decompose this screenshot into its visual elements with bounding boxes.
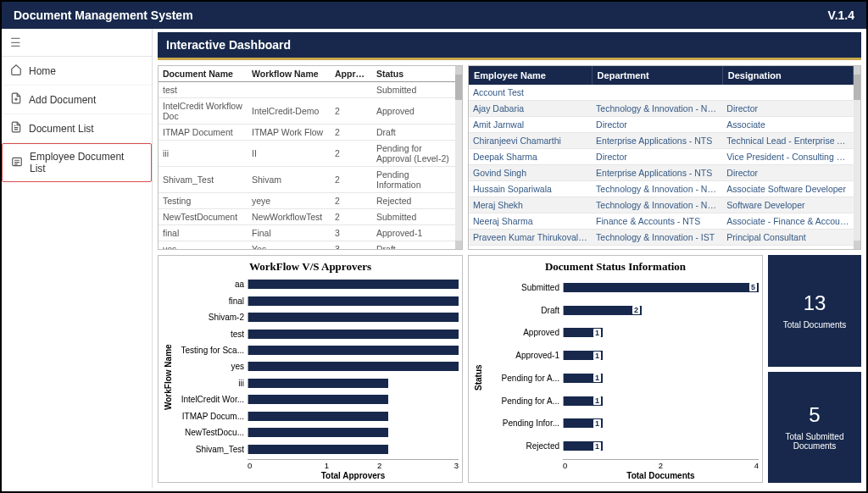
table-row[interactable]: Shivam_TestShivam2Pending Information: [159, 167, 455, 193]
table-cell: Shivam_Test: [159, 167, 248, 193]
table-cell: Software Developer: [722, 197, 853, 213]
nav-item-home[interactable]: Home: [2, 57, 152, 86]
table-row[interactable]: Hussain SopariwalaTechnology & Innovatio…: [469, 181, 854, 197]
table-cell: Draft: [372, 241, 455, 250]
table-row[interactable]: ITMAP DocumentITMAP Work Flow2Draft: [159, 125, 455, 141]
chart-ylabel: Status: [472, 274, 485, 480]
table-row[interactable]: Govind SinghEnterprise Applications - NT…: [469, 165, 854, 181]
app-header: Document Management System V.1.4: [2, 2, 866, 29]
scroll-up-icon[interactable]: [854, 66, 860, 75]
kpi-total-documents: 13 Total Documents: [768, 255, 861, 367]
bar-label: Approved-1: [485, 351, 563, 360]
bar-fill: [248, 296, 459, 306]
table-cell: Director: [592, 149, 722, 165]
bar-fill: 1: [564, 418, 603, 428]
table-cell: Technical Lead - Enterprise Applications: [722, 133, 853, 149]
emp-table-scrollbar[interactable]: [854, 66, 860, 249]
nav-label: Employee Document List: [30, 151, 142, 174]
table-cell: [248, 82, 331, 98]
bar-label: NewTestDocu...: [175, 428, 248, 437]
table-cell: yes: [159, 241, 248, 250]
table-cell: Pending Information: [372, 167, 455, 193]
table-row[interactable]: Meraj ShekhTechnology & Innovation - NTS…: [469, 197, 854, 213]
chart-bar: Approved1: [485, 326, 759, 339]
employee-table-panel: Employee NameDepartmentDesignation Accou…: [468, 65, 861, 250]
table-cell: 2: [331, 98, 372, 125]
kpi-label: Total Submitted Documents: [773, 432, 856, 451]
table-row[interactable]: Amit JarnwalDirectorAssociate: [469, 117, 854, 133]
table-cell: Director: [722, 101, 853, 117]
table-row[interactable]: testSubmitted: [159, 82, 455, 98]
table-cell: Rejected: [372, 193, 455, 209]
hamburger-icon[interactable]: ☰: [2, 29, 152, 57]
column-header[interactable]: Workflow Name: [248, 66, 331, 82]
table-cell: Yes: [248, 241, 331, 250]
table-cell: IntelCredit Workflow Doc: [159, 98, 248, 125]
table-cell: Approved: [372, 98, 455, 125]
bar-value-badge: 2: [632, 306, 640, 314]
table-row[interactable]: finalFinal3Approved-1: [159, 225, 455, 241]
column-header[interactable]: Employee Name: [469, 66, 592, 85]
column-header[interactable]: Document Name: [159, 66, 248, 82]
table-row[interactable]: Praveen Kumar ThirukovalluruTechnology &…: [469, 230, 854, 246]
scroll-thumb[interactable]: [854, 75, 860, 100]
table-row[interactable]: NewTestDocumentNewWorkflowTest2Submitted: [159, 209, 455, 225]
bar-label: ITMAP Docum...: [175, 412, 248, 421]
table-cell: Neeraj Sharma: [469, 213, 592, 230]
bar-fill: 1: [564, 396, 603, 406]
nav-item-employee-document-list[interactable]: Employee Document List: [2, 143, 152, 182]
bar-label: Pending Infor...: [485, 418, 563, 428]
table-row[interactable]: Account Test: [469, 85, 854, 101]
axis-tick: 1: [300, 460, 353, 470]
chart-bar: Approved-11: [485, 349, 759, 362]
bar-fill: [248, 313, 459, 322]
table-row[interactable]: iiiII2Pending for Approval (Level-2): [159, 141, 455, 167]
table-cell: Associate - Finance & Accounts: [722, 213, 853, 230]
column-header[interactable]: Department: [592, 66, 722, 85]
bar-label: Pending for A...: [485, 374, 563, 383]
table-cell: Ajay Dabaria: [469, 101, 592, 117]
nav-item-document-list[interactable]: Document List: [2, 114, 152, 143]
table-row[interactable]: yesYes3Draft: [159, 241, 455, 250]
table-row[interactable]: Ajay DabariaTechnology & Innovation - NT…: [469, 101, 854, 117]
scroll-thumb[interactable]: [455, 75, 462, 100]
nav-item-add-document[interactable]: Add Document: [2, 86, 152, 114]
doc-table-scrollbar[interactable]: [455, 66, 462, 249]
plus-doc-icon: [10, 92, 22, 107]
chart-title: Document Status Information: [472, 258, 759, 274]
bar-label: Testing for Sca...: [175, 346, 248, 355]
table-cell: final: [159, 225, 248, 241]
status-info-chart: Document Status Information Status Submi…: [468, 255, 763, 483]
table-row[interactable]: Chiranjeevi ChamarthiEnterprise Applicat…: [469, 133, 854, 149]
bar-label: Approved: [485, 328, 563, 337]
table-cell: Amit Jarnwal: [469, 117, 592, 133]
table-row[interactable]: Prival Raj Valsaraj VVSales - ISTManager…: [469, 246, 854, 250]
chart-ylabel: WorkFlow Name: [162, 274, 175, 480]
table-cell: Associate: [722, 117, 853, 133]
column-header[interactable]: Approvers: [331, 66, 372, 82]
bar-label: final: [175, 296, 248, 306]
scroll-up-icon[interactable]: [455, 66, 462, 75]
table-row[interactable]: Testingyeye2Rejected: [159, 193, 455, 209]
table-row[interactable]: IntelCredit Workflow DocIntelCredit-Demo…: [159, 98, 455, 125]
bar-fill: [248, 280, 459, 289]
bar-fill: [248, 395, 388, 404]
column-header[interactable]: Designation: [722, 66, 853, 85]
table-cell: 2: [331, 209, 372, 225]
scroll-down-icon[interactable]: [854, 241, 860, 249]
table-cell: NewTestDocument: [159, 209, 248, 225]
table-cell: Technology & Innovation - NTS: [592, 197, 722, 213]
axis-tick: 3: [406, 460, 459, 470]
bar-fill: [248, 330, 459, 339]
table-row[interactable]: Deepak SharmaDirectorVice President - Co…: [469, 149, 854, 165]
table-cell: Prival Raj Valsaraj VV: [469, 246, 592, 250]
chart-bar: Shivam_Test: [175, 443, 459, 456]
table-row[interactable]: Neeraj SharmaFinance & Accounts - NTSAss…: [469, 213, 854, 230]
axis-tick: 0: [248, 460, 300, 470]
chart-bar: Shivam-2: [175, 311, 459, 324]
scroll-down-icon[interactable]: [455, 241, 462, 249]
bar-value-badge: 1: [593, 419, 601, 428]
chart-bar: iii: [175, 377, 459, 390]
nav-label: Home: [29, 65, 56, 77]
column-header[interactable]: Status: [372, 66, 455, 82]
